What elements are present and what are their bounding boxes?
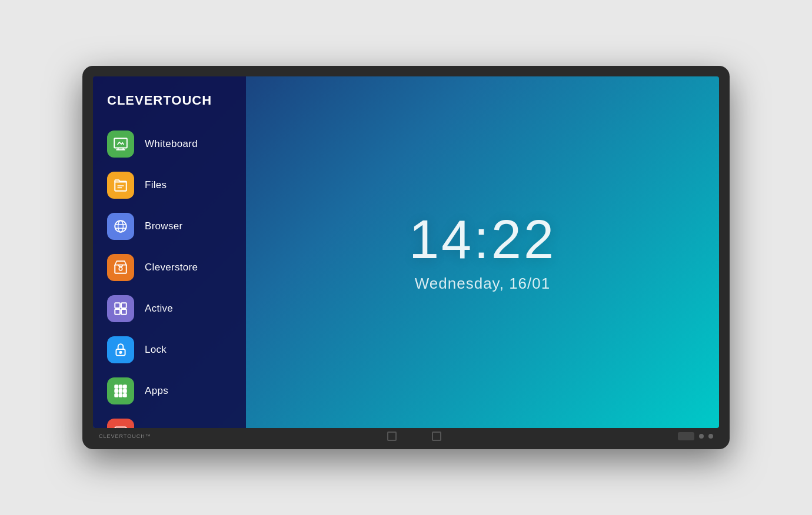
nav-items: Whiteboard Files bbox=[93, 125, 246, 429]
svg-rect-19 bbox=[124, 385, 127, 388]
nav-item-apps[interactable]: Apps bbox=[93, 372, 246, 410]
power-button[interactable] bbox=[678, 432, 694, 440]
cleverstore-icon bbox=[107, 254, 134, 281]
nav-item-favourites[interactable]: Favourites bbox=[93, 413, 246, 429]
svg-rect-26 bbox=[115, 427, 127, 428]
svg-rect-21 bbox=[119, 389, 122, 392]
svg-rect-14 bbox=[121, 309, 127, 315]
sidebar: CLEVERTOUCH Whiteboard bbox=[93, 76, 246, 429]
svg-rect-23 bbox=[115, 394, 118, 397]
monitor-corner-marks bbox=[387, 432, 441, 441]
nav-label-files: Files bbox=[145, 179, 167, 191]
date-display: Wednesday, 16/01 bbox=[415, 275, 550, 293]
svg-point-6 bbox=[115, 220, 127, 232]
screen: CLEVERTOUCH Whiteboard bbox=[93, 76, 719, 429]
monitor-brand-label: CLEVERTOUCH™ bbox=[99, 433, 151, 439]
favourites-icon bbox=[107, 419, 134, 429]
svg-rect-20 bbox=[115, 389, 118, 392]
lock-icon bbox=[107, 336, 134, 363]
sidebar-brand: CLEVERTOUCH bbox=[93, 93, 246, 125]
nav-item-whiteboard[interactable]: Whiteboard bbox=[93, 125, 246, 163]
nav-label-browser: Browser bbox=[145, 220, 182, 232]
svg-rect-11 bbox=[115, 303, 120, 308]
browser-icon bbox=[107, 213, 134, 240]
nav-label-apps: Apps bbox=[145, 385, 168, 397]
svg-point-16 bbox=[119, 351, 121, 353]
main-content: 14:22 Wednesday, 16/01 bbox=[246, 76, 719, 429]
monitor-controls bbox=[678, 432, 713, 440]
svg-rect-22 bbox=[124, 389, 127, 392]
svg-rect-17 bbox=[115, 385, 118, 388]
svg-rect-25 bbox=[124, 394, 127, 397]
corner-mark-right bbox=[432, 432, 441, 441]
monitor-bottom-bar: CLEVERTOUCH™ bbox=[93, 428, 719, 443]
corner-mark-left bbox=[387, 432, 397, 441]
nav-item-cleverstore[interactable]: Cleverstore bbox=[93, 248, 246, 287]
svg-rect-18 bbox=[119, 385, 122, 388]
svg-rect-24 bbox=[119, 394, 122, 397]
monitor: CLEVERTOUCH Whiteboard bbox=[82, 66, 730, 450]
clock-display: 14:22 bbox=[409, 212, 556, 266]
nav-item-lock[interactable]: Lock bbox=[93, 330, 246, 369]
whiteboard-icon bbox=[107, 131, 134, 158]
svg-point-7 bbox=[118, 220, 124, 232]
nav-label-lock: Lock bbox=[145, 344, 167, 356]
nav-item-active[interactable]: Active bbox=[93, 289, 246, 328]
nav-label-whiteboard: Whiteboard bbox=[145, 138, 198, 150]
active-icon bbox=[107, 295, 134, 322]
nav-label-favourites: Favourites bbox=[145, 426, 193, 429]
svg-rect-12 bbox=[121, 303, 127, 308]
files-icon bbox=[107, 172, 134, 199]
apps-icon bbox=[107, 377, 134, 404]
indicator-dot-1 bbox=[699, 434, 704, 439]
indicator-dot-2 bbox=[708, 434, 713, 439]
nav-item-browser[interactable]: Browser bbox=[93, 207, 246, 246]
nav-label-active: Active bbox=[145, 303, 173, 315]
nav-item-files[interactable]: Files bbox=[93, 166, 246, 205]
nav-label-cleverstore: Cleverstore bbox=[145, 262, 198, 273]
svg-rect-13 bbox=[115, 309, 120, 315]
svg-point-10 bbox=[119, 267, 122, 270]
